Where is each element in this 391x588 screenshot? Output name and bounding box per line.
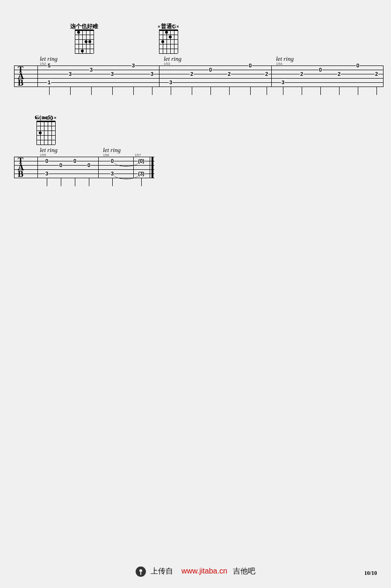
tab-note: 0 xyxy=(45,159,49,164)
footer-url-link[interactable]: www.jitaba.cn xyxy=(181,567,227,575)
tab-note: 2 xyxy=(375,72,378,77)
tab-note: 3 xyxy=(150,72,154,77)
tab-staff-2: T A B 0 3 0 0 0 0 3 (0) (3) xyxy=(14,157,154,178)
chord-diagram-gno5: × × × xyxy=(36,121,55,145)
tab-note: 3 xyxy=(68,72,72,77)
tab-note: 3 xyxy=(110,171,114,176)
page-number: 10/10 xyxy=(364,570,377,577)
tab-note: 1 xyxy=(47,80,51,85)
tab-note: 3 xyxy=(169,80,173,85)
footer-uploaded: 上传自 xyxy=(151,567,173,575)
tab-note: 2 xyxy=(300,72,304,77)
tab-note: 0 xyxy=(110,159,114,164)
tab-note: 3 xyxy=(45,171,49,176)
footer: 上传自 www.jitaba.cn 吉他吧 xyxy=(0,566,391,577)
tab-note: 0 xyxy=(319,67,322,73)
tab-note: 0 xyxy=(87,163,91,168)
tie-bot xyxy=(114,175,138,179)
tab-note: 2 xyxy=(265,72,268,77)
tab-note: (0) xyxy=(138,159,145,164)
system-2: G(no5) × × × let ring let ring 155 156 1… xyxy=(14,152,154,173)
tab-note: 3 xyxy=(281,80,285,85)
tab-note: 2 xyxy=(227,72,231,77)
tab-clef-b2: B xyxy=(18,171,23,178)
tab-note: 0 xyxy=(209,67,212,73)
tab-note: 2 xyxy=(190,72,194,77)
tab-note: 0 xyxy=(73,159,77,164)
tab-note: 3 xyxy=(131,63,135,68)
tie-top xyxy=(114,162,138,167)
footer-site-name: 吉他吧 xyxy=(233,567,255,575)
tab-note: (3) xyxy=(138,171,145,176)
chord-diagram-1: × × xyxy=(75,30,94,53)
tab-note: 0 xyxy=(248,63,252,68)
tab-note: 2 xyxy=(337,72,341,77)
tab-note: 3 xyxy=(110,72,114,77)
tab-staff-1: T A B 5 1 3 3 3 3 3 3 2 0 2 0 2 xyxy=(14,65,384,87)
tab-note: 5 xyxy=(47,63,51,68)
tab-note: 0 xyxy=(356,63,360,68)
tab-clef-b: B xyxy=(18,80,23,87)
tab-note: 0 xyxy=(59,163,63,168)
page: 这个也好难 × × 普通C × × xyxy=(0,0,391,588)
site-logo-icon xyxy=(136,566,146,577)
system-1: 这个也好难 × × 普通C × × xyxy=(14,61,384,82)
chord-diagram-2: × × xyxy=(159,30,178,53)
tab-note: 3 xyxy=(89,67,93,73)
